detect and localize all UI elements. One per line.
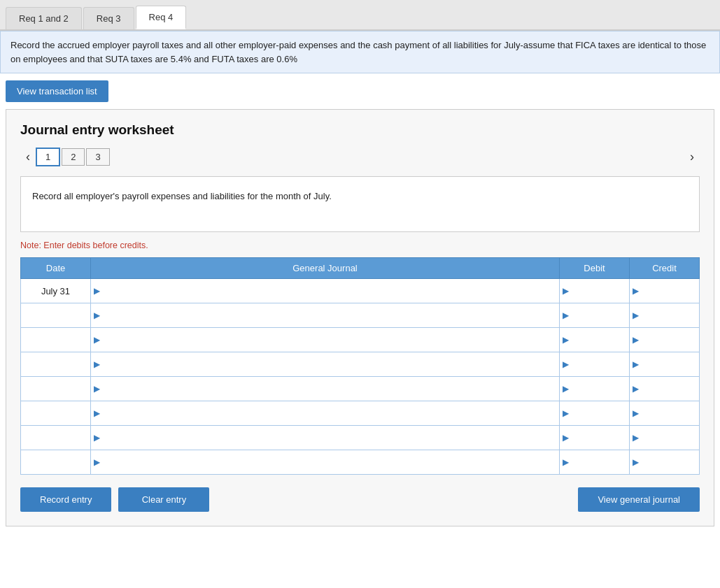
worksheet-container: Journal entry worksheet ‹ 1 2 3 › Record… xyxy=(6,109,714,526)
debit-cell-1[interactable]: ▶ xyxy=(560,303,630,328)
date-cell-7 xyxy=(21,450,91,475)
journal-cell-5[interactable]: ▶ xyxy=(91,401,560,426)
table-row: ▶▶▶ xyxy=(21,352,700,377)
credit-input-2[interactable] xyxy=(640,328,696,352)
worksheet-title: Journal entry worksheet xyxy=(20,122,700,138)
debit-cell-4[interactable]: ▶ xyxy=(560,377,630,401)
page-btn-3[interactable]: 3 xyxy=(86,148,109,166)
credit-cell-5[interactable]: ▶ xyxy=(630,401,700,426)
table-row: ▶▶▶ xyxy=(21,377,700,401)
debit-cell-3[interactable]: ▶ xyxy=(560,352,630,377)
journal-cell-4[interactable]: ▶ xyxy=(91,377,560,401)
date-cell-6 xyxy=(21,426,91,450)
journal-input-4[interactable] xyxy=(101,377,556,401)
debit-cell-6[interactable]: ▶ xyxy=(560,426,630,450)
col-header-journal: General Journal xyxy=(91,258,560,279)
debit-cell-7[interactable]: ▶ xyxy=(560,450,630,475)
debit-input-4[interactable] xyxy=(570,377,626,401)
debit-cell-5[interactable]: ▶ xyxy=(560,401,630,426)
journal-input-2[interactable] xyxy=(101,328,556,352)
journal-cell-7[interactable]: ▶ xyxy=(91,450,560,475)
credit-cell-1[interactable]: ▶ xyxy=(630,303,700,328)
table-row: July 31▶▶▶ xyxy=(21,279,700,303)
credit-input-7[interactable] xyxy=(640,450,696,474)
journal-input-3[interactable] xyxy=(101,352,556,376)
tab-req3[interactable]: Req 3 xyxy=(83,7,134,29)
next-arrow[interactable]: › xyxy=(684,148,700,166)
record-entry-btn[interactable]: Record entry xyxy=(20,487,111,512)
tabs-bar: Req 1 and 2 Req 3 Req 4 xyxy=(0,0,720,31)
credit-input-1[interactable] xyxy=(640,303,696,327)
journal-cell-6[interactable]: ▶ xyxy=(91,426,560,450)
credit-input-6[interactable] xyxy=(640,426,696,450)
debit-input-2[interactable] xyxy=(570,328,626,352)
debit-input-7[interactable] xyxy=(570,450,626,474)
date-cell-3 xyxy=(21,352,91,377)
journal-cell-0[interactable]: ▶ xyxy=(91,279,560,303)
clear-entry-btn[interactable]: Clear entry xyxy=(118,487,209,512)
journal-input-6[interactable] xyxy=(101,426,556,450)
credit-input-0[interactable] xyxy=(640,279,696,303)
credit-cell-2[interactable]: ▶ xyxy=(630,328,700,352)
debit-cell-2[interactable]: ▶ xyxy=(560,328,630,352)
credit-cell-3[interactable]: ▶ xyxy=(630,352,700,377)
page-nav: ‹ 1 2 3 › xyxy=(20,148,700,166)
note-text: Note: Enter debits before credits. xyxy=(20,241,700,250)
table-row: ▶▶▶ xyxy=(21,328,700,352)
date-cell-1 xyxy=(21,303,91,328)
col-header-debit: Debit xyxy=(560,258,630,279)
table-row: ▶▶▶ xyxy=(21,401,700,426)
tab-req12[interactable]: Req 1 and 2 xyxy=(6,7,82,29)
page-btn-2[interactable]: 2 xyxy=(62,148,85,166)
date-cell-2 xyxy=(21,328,91,352)
view-transaction-btn[interactable]: View transaction list xyxy=(6,80,108,102)
journal-input-5[interactable] xyxy=(101,401,556,425)
journal-input-7[interactable] xyxy=(101,450,556,474)
info-box: Record the accrued employer payroll taxe… xyxy=(0,31,720,73)
journal-input-1[interactable] xyxy=(101,303,556,327)
debit-input-0[interactable] xyxy=(570,279,626,303)
credit-cell-0[interactable]: ▶ xyxy=(630,279,700,303)
date-cell-0: July 31 xyxy=(21,279,91,303)
journal-cell-1[interactable]: ▶ xyxy=(91,303,560,328)
journal-table: Date General Journal Debit Credit July 3… xyxy=(20,257,700,475)
journal-input-0[interactable] xyxy=(101,279,556,303)
date-cell-4 xyxy=(21,377,91,401)
credit-cell-6[interactable]: ▶ xyxy=(630,426,700,450)
table-row: ▶▶▶ xyxy=(21,426,700,450)
credit-cell-4[interactable]: ▶ xyxy=(630,377,700,401)
credit-input-3[interactable] xyxy=(640,352,696,376)
page-btn-1[interactable]: 1 xyxy=(36,148,60,166)
date-cell-5 xyxy=(21,401,91,426)
debit-cell-0[interactable]: ▶ xyxy=(560,279,630,303)
credit-cell-7[interactable]: ▶ xyxy=(630,450,700,475)
journal-cell-2[interactable]: ▶ xyxy=(91,328,560,352)
action-buttons: Record entry Clear entry View general jo… xyxy=(20,487,700,512)
tab-req4[interactable]: Req 4 xyxy=(136,6,187,29)
debit-input-6[interactable] xyxy=(570,426,626,450)
debit-input-5[interactable] xyxy=(570,401,626,425)
view-general-journal-btn[interactable]: View general journal xyxy=(578,487,700,512)
col-header-date: Date xyxy=(21,258,91,279)
table-row: ▶▶▶ xyxy=(21,450,700,475)
table-row: ▶▶▶ xyxy=(21,303,700,328)
credit-input-4[interactable] xyxy=(640,377,696,401)
debit-input-1[interactable] xyxy=(570,303,626,327)
journal-cell-3[interactable]: ▶ xyxy=(91,352,560,377)
prev-arrow[interactable]: ‹ xyxy=(20,148,36,166)
instruction-box: Record all employer's payroll expenses a… xyxy=(20,176,700,232)
col-header-credit: Credit xyxy=(630,258,700,279)
debit-input-3[interactable] xyxy=(570,352,626,376)
credit-input-5[interactable] xyxy=(640,401,696,425)
